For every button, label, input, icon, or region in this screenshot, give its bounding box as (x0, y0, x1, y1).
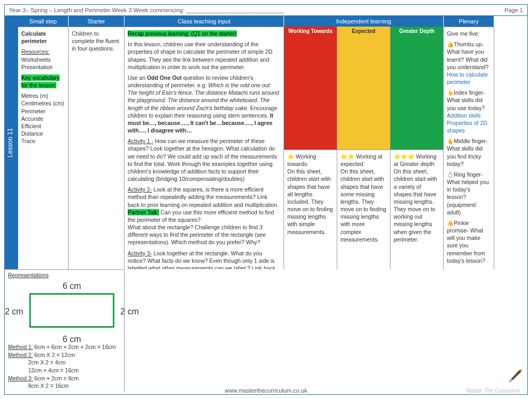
logo-icon: 🖋️ (508, 369, 522, 383)
key-vocab-label: Key vocabulary for the lesson: (21, 74, 60, 88)
il-gd: ⭐⭐⭐ Working at Greater depth On this she… (390, 150, 444, 269)
methods: Method 1: 6cm + 6cm + 2cm + 2cm = 16cm M… (8, 343, 121, 390)
method2b: 2cm X 2 = 4cm (8, 359, 121, 367)
page-header: Year 3– Spring – Length and Perimeter We… (5, 5, 527, 16)
il-exp: ⭐⭐ Working at expected: On this sheet, c… (337, 150, 390, 269)
footer-url: www.masterthecurriculum.co.uk (225, 387, 307, 394)
plenary-pinkie: 🤙Pinkie promise- What will you make sure… (447, 219, 491, 264)
label-left: 2 cm (5, 307, 23, 317)
label-bottom: 6 cm (63, 335, 81, 344)
label-right: 2 cm (120, 307, 139, 317)
plan-grid: Lesson 11 Small step Starter Class teach… (5, 16, 527, 392)
header-left: Year 3– Spring – Length and Perimeter We… (9, 7, 504, 13)
col-plenary: Plenary (444, 16, 494, 27)
activity2-label: Activity 2- (128, 186, 152, 193)
col-teaching: Class teaching input (124, 16, 284, 27)
activity3-label: Activity 3- (128, 250, 152, 256)
small-step-cell: Calculate perimeter Resources: Worksheet… (18, 27, 69, 269)
plenary-index: 👆Index finger- What skills did you use t… (447, 89, 485, 111)
plenary-cell: Give me five: 👍Thumbs up- What have you … (444, 27, 494, 269)
partner-talk-1: Partner Talk: (128, 209, 159, 215)
method3b: 8cm X 2 = 16cm (8, 382, 121, 390)
method1-label: Method 1: (8, 344, 33, 350)
representations: Representations 6 cm 6 cm 2 cm 2 cm Meth… (5, 269, 124, 392)
label-top: 6 cm (63, 281, 81, 291)
vocab-list: Metres (m) Centimetres (cm) Perimeter Ac… (21, 92, 65, 145)
resources-list: Worksheets Presentation (21, 56, 53, 70)
plenary-thumbs-ans: How to calculate perimeter (447, 71, 488, 85)
teaching-intro: In this lesson, children use their under… (128, 40, 280, 71)
method2-label: Method 2: (8, 352, 33, 358)
plenary-intro: Give me five: (447, 30, 491, 37)
rectangle-shape (29, 293, 114, 328)
reps-label: Representations (8, 272, 48, 278)
small-step-title: Calculate perimeter (21, 30, 65, 45)
method2c: 12cm + 4cm = 16cm (8, 367, 121, 375)
subhead-gd: Greater Depth (390, 27, 444, 150)
col-independent: Independent learning (284, 16, 444, 27)
col-starter: Starter (69, 16, 124, 27)
odd-bold: Odd One Out (147, 74, 181, 81)
method3a: 6cm + 2cm = 8cm (33, 375, 79, 381)
activity1-label: Activity 1 - (128, 138, 153, 144)
subhead-exp: Expected (337, 27, 390, 150)
plenary-thumbs: 👍Thumbs up- What have you learnt? What d… (447, 41, 488, 70)
rectangle-diagram: 6 cm 6 cm 2 cm 2 cm (8, 288, 136, 336)
col-small-step: Small step (18, 16, 69, 27)
activity1-text: How can we measure the perimeter of thes… (128, 138, 277, 182)
lesson-tab: Lesson 11 (5, 16, 18, 269)
plenary-index-ans: Addition skills Properties of 2D shapes (447, 112, 487, 134)
header-right: Page 1 (504, 7, 523, 13)
lesson-plan-page: Year 3– Spring – Length and Perimeter We… (4, 4, 528, 395)
method3-label: Method 3: (8, 375, 33, 381)
plenary-middle: 🖕Middle finger- What skills did you find… (447, 137, 491, 168)
subhead-wt: Working Towards (284, 27, 337, 150)
odd-pre: Use an (128, 74, 147, 81)
recap-highlight: Recap previous learning: (Q1 on the star… (128, 30, 237, 37)
method1: 6cm + 6cm + 2cm + 2cm = 16cm (33, 344, 116, 350)
resources-label: Resources: (21, 48, 49, 55)
method2a: 6cm X 2 = 12cm (33, 352, 75, 358)
il-wt: ⭐ Working towards: On this sheet, childr… (284, 150, 337, 269)
brand-name: Master The Curriculum (466, 388, 520, 394)
teaching-cell: Recap previous learning: (Q1 on the star… (124, 27, 284, 269)
plenary-ring: 💍Ring finger- What helped you in today's… (447, 171, 491, 216)
starter-cell: Children to complete the fluent in four … (69, 27, 124, 269)
